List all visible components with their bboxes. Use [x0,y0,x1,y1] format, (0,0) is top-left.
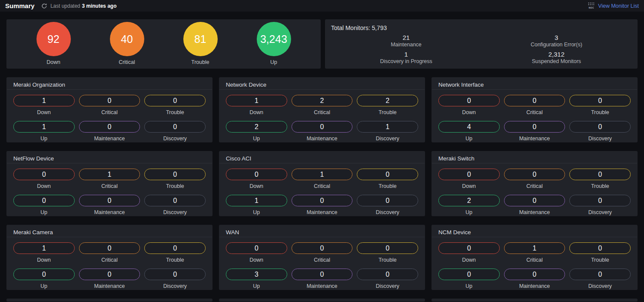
critical-count-pill[interactable]: 1 [292,169,353,180]
maintenance-count-pill[interactable]: 0 [79,269,140,280]
status-count-cell: 0Critical [79,242,140,263]
status-item-trouble[interactable]: 81 Trouble [183,18,218,65]
page-title: Summary [5,2,34,9]
up-count-pill[interactable]: 1 [13,121,75,133]
up-label: Up [40,136,47,142]
refresh-icon[interactable] [41,3,47,9]
up-label: Up [465,136,472,142]
status-count-cell: 0Critical [504,169,565,189]
noc-view-icon[interactable]: NOC [588,3,595,9]
critical-count-pill[interactable]: 2 [292,95,353,106]
down-count-pill[interactable]: 0 [438,95,500,106]
up-count-pill[interactable]: 0 [13,195,75,206]
maintenance-count-pill[interactable]: 0 [79,195,140,206]
down-count-pill[interactable]: 1 [226,95,287,106]
status-count-cell: 0Up [438,269,500,289]
discovery-count-pill[interactable]: 0 [144,269,206,280]
down-count-pill[interactable]: 0 [438,242,500,254]
maintenance-count-pill[interactable]: 0 [79,121,140,133]
cards-grid: Meraki Organization1Down0Critical0Troubl… [0,77,644,302]
trouble-count-pill[interactable]: 0 [357,242,418,254]
maintenance-count-pill[interactable]: 0 [504,269,565,280]
status-count-cell: 0Maintenance [504,121,565,142]
discovery-count-pill[interactable]: 0 [569,121,631,133]
critical-label: Critical [101,183,118,189]
status-count-cell: 0Discovery [357,269,418,289]
stat-suspended-monitors: 2,312 Suspended Monitors [481,51,632,64]
status-summary-panel: 92 Down 40 Critical 81 Trouble 3,243 Up [6,19,321,69]
critical-label: Critical [314,183,330,189]
up-count-pill[interactable]: 0 [438,269,500,280]
down-label: Down [37,109,51,115]
status-item-down[interactable]: 92 Down [36,18,71,65]
status-count-cell: 0Critical [79,95,140,115]
monitor-card: WAN0Down0Critical0Trouble3Up0Maintenance… [219,225,425,290]
trouble-count-pill[interactable]: 0 [144,95,206,106]
down-count-pill[interactable]: 0 [13,169,75,180]
status-item-critical[interactable]: 40 Critical [110,18,144,65]
view-monitor-list-link[interactable]: View Monitor List [598,3,639,9]
status-circle[interactable]: 40 [110,22,144,56]
discovery-label: Discovery [588,283,612,289]
status-count-cell: 0Discovery [144,269,206,289]
status-count-cell: 0Discovery [569,195,631,215]
down-count-pill[interactable]: 0 [226,169,287,180]
maintenance-count-pill[interactable]: 0 [504,195,565,206]
status-circle[interactable]: 3,243 [257,22,291,56]
maintenance-count-pill[interactable]: 0 [292,269,353,280]
trouble-count-pill[interactable]: 2 [357,95,418,106]
status-count-cell: 2Up [438,195,500,215]
status-circle[interactable]: 81 [183,22,218,56]
status-count-cell: 0Discovery [144,121,206,142]
status-circle[interactable]: 92 [36,22,71,56]
trouble-count-pill[interactable]: 0 [357,169,418,180]
critical-count-pill[interactable]: 1 [504,242,565,254]
up-count-pill[interactable]: 0 [13,269,75,280]
maintenance-count-pill[interactable]: 0 [292,121,353,133]
discovery-count-pill[interactable]: 0 [357,269,418,280]
trouble-count-pill[interactable]: 0 [569,95,631,106]
maintenance-count-pill[interactable]: 0 [504,121,565,133]
critical-label: Critical [526,109,543,115]
status-count-cell: 0Trouble [357,242,418,263]
up-count-pill[interactable]: 1 [226,195,287,206]
status-count-cell: 2Critical [292,95,353,115]
up-count-pill[interactable]: 3 [226,269,287,280]
discovery-count-pill[interactable]: 0 [357,195,418,206]
up-count-pill[interactable]: 2 [438,195,500,206]
status-count-cell: 0Discovery [569,121,631,142]
discovery-count-pill[interactable]: 0 [569,269,631,280]
trouble-count-pill[interactable]: 0 [569,242,631,254]
status-item-up[interactable]: 3,243 Up [257,18,291,65]
monitor-card: NCM Device0Down1Critical0Trouble0Up0Main… [431,225,638,290]
trouble-label: Trouble [379,257,397,263]
critical-count-pill[interactable]: 0 [504,95,565,106]
discovery-count-pill[interactable]: 1 [357,121,418,133]
critical-count-pill[interactable]: 0 [79,242,140,254]
trouble-count-pill[interactable]: 0 [144,169,206,180]
status-count-cell: 1Up [13,121,75,142]
down-count-pill[interactable]: 0 [226,242,287,254]
trouble-label: Trouble [591,109,609,115]
critical-count-pill[interactable]: 1 [79,169,140,180]
critical-count-pill[interactable]: 0 [504,169,565,180]
maintenance-label: Maintenance [519,209,550,215]
trouble-count-pill[interactable]: 0 [144,242,206,254]
card-title: NCM Device [431,225,638,237]
discovery-count-pill[interactable]: 0 [569,195,631,206]
discovery-count-pill[interactable]: 0 [144,195,206,206]
status-count-cell: 1Critical [292,169,353,189]
status-count-cell: 1Down [226,95,287,115]
critical-count-pill[interactable]: 0 [79,95,140,106]
trouble-count-pill[interactable]: 0 [569,169,631,180]
discovery-count-pill[interactable]: 0 [144,121,206,133]
maintenance-count-pill[interactable]: 0 [292,195,353,206]
status-count-cell: 0Maintenance [292,121,353,142]
down-count-pill[interactable]: 1 [13,95,75,106]
up-count-pill[interactable]: 2 [226,121,287,133]
status-count-cell: 0Up [13,195,75,215]
critical-count-pill[interactable]: 0 [292,242,353,254]
up-count-pill[interactable]: 4 [438,121,500,133]
down-count-pill[interactable]: 1 [13,242,75,254]
down-count-pill[interactable]: 0 [438,169,500,180]
